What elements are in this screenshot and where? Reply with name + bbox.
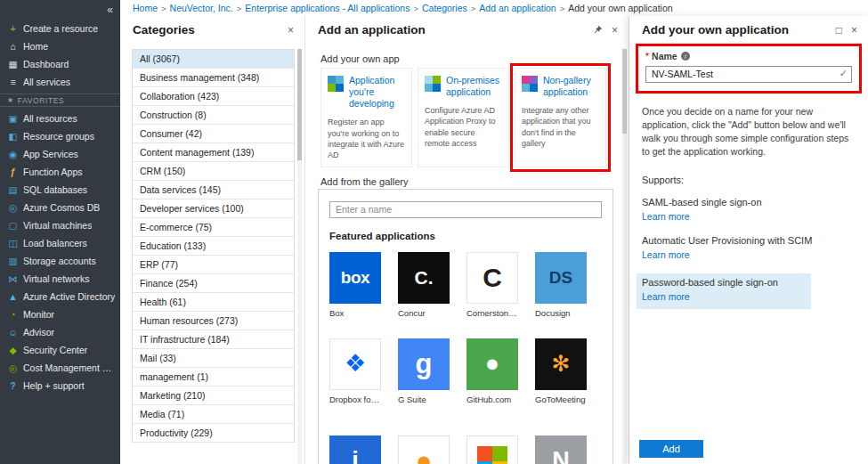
gallery-search-input[interactable] xyxy=(329,201,602,218)
close-icon[interactable]: × xyxy=(851,25,857,36)
sidebar-item[interactable]: ▢ Virtual machines xyxy=(0,216,120,234)
app-tile[interactable]: N xyxy=(535,436,587,464)
category-item[interactable]: Marketing (210) xyxy=(133,387,294,405)
app-tile[interactable]: g G Suite xyxy=(398,338,450,404)
sidebar-item-icon: ⋈ xyxy=(7,273,19,284)
app-logo-icon: ● xyxy=(466,338,518,390)
sidebar-item[interactable]: ▲ Azure Active Directory xyxy=(0,288,120,305)
card-title: On-premises application xyxy=(446,75,502,98)
category-item[interactable]: management (1) xyxy=(133,368,294,387)
categories-scrollbar[interactable] xyxy=(297,49,302,464)
support-password: Password-based single sign-on Learn more xyxy=(637,273,811,309)
add-button[interactable]: Add xyxy=(639,440,703,458)
app-logo-icon: ● xyxy=(398,436,450,464)
sidebar-item[interactable]: ☺ Advisor xyxy=(0,323,120,341)
sidebar-item-icon: ◔ xyxy=(7,309,19,320)
breadcrumb-link[interactable]: NeuVector, Inc. xyxy=(170,3,233,13)
favorites-header[interactable]: ★ FAVORITES xyxy=(0,94,120,107)
breadcrumb-link[interactable]: Home xyxy=(133,3,158,13)
category-item[interactable]: All (3067) xyxy=(133,50,294,69)
sidebar-item-label: Azure Cosmos DB xyxy=(23,202,100,213)
info-icon[interactable]: i xyxy=(681,52,690,61)
sidebar-item[interactable]: ? Help + support xyxy=(0,377,120,395)
category-item[interactable]: Education (133) xyxy=(133,237,294,256)
category-item[interactable]: Content management (139) xyxy=(133,143,294,162)
app-tile[interactable]: j xyxy=(329,436,381,464)
category-item[interactable]: Developer services (100) xyxy=(133,199,294,218)
breadcrumb-link[interactable]: Categories xyxy=(422,3,467,13)
breadcrumb-separator: > xyxy=(161,4,166,13)
learn-more-link[interactable]: Learn more xyxy=(642,291,690,302)
sidebar-item[interactable]: + Create a resource xyxy=(0,20,120,37)
app-tile[interactable] xyxy=(466,436,518,464)
learn-more-link[interactable]: Learn more xyxy=(642,211,690,222)
sidebar-item-label: Home xyxy=(23,41,48,52)
card-on-premises-application[interactable]: On-premises application Configure Azure … xyxy=(418,68,509,167)
sidebar-item-icon: ◫ xyxy=(7,238,19,248)
breadcrumb-link[interactable]: Enterprise applications - All applicatio… xyxy=(245,3,410,13)
sidebar-item[interactable]: ƒ Function Apps xyxy=(0,163,120,181)
pin-icon[interactable] xyxy=(593,25,603,35)
category-item[interactable]: E-commerce (75) xyxy=(133,218,294,237)
sidebar-item-label: App Services xyxy=(23,149,78,159)
app-tile[interactable]: ● xyxy=(398,436,450,464)
category-item[interactable]: CRM (150) xyxy=(133,162,294,181)
app-logo-glyph: N xyxy=(552,449,570,464)
app-tile[interactable]: C. Concur xyxy=(398,252,450,318)
app-tile-label: Box xyxy=(329,308,381,318)
sidebar-item[interactable]: ⌂ Home xyxy=(0,37,120,55)
category-item[interactable]: ERP (77) xyxy=(133,256,294,274)
category-item[interactable]: Data services (145) xyxy=(133,181,294,199)
category-item[interactable]: IT infrastructure (184) xyxy=(133,330,294,349)
sidebar-item[interactable]: ◧ Resource groups xyxy=(0,127,120,145)
sidebar-item-label: All resources xyxy=(23,113,77,124)
app-tile[interactable]: DS Docusign xyxy=(535,252,587,318)
sidebar-item[interactable]: ▦ Dashboard xyxy=(0,55,120,73)
sidebar-item[interactable]: ◉ App Services xyxy=(0,145,120,163)
breadcrumb-link[interactable]: Add an application xyxy=(479,3,556,13)
category-item[interactable]: Business management (348) xyxy=(133,69,294,87)
app-tile[interactable]: ● GitHub.com xyxy=(466,338,518,404)
sidebar-item-icon: ◧ xyxy=(7,131,19,142)
category-item[interactable]: Mail (33) xyxy=(133,349,294,368)
app-tile[interactable]: box Box xyxy=(329,252,381,318)
app-logo-icon: ✻ xyxy=(535,338,587,390)
category-item[interactable]: Construction (8) xyxy=(133,106,294,125)
sidebar-item[interactable]: ◎ Azure Cosmos DB xyxy=(0,199,120,216)
app-tile[interactable]: ❖ Dropbox for Busi... xyxy=(329,338,381,404)
sidebar-item[interactable]: ◎ Cost Management + Billing xyxy=(0,359,120,377)
close-icon[interactable]: × xyxy=(288,25,294,36)
name-input[interactable] xyxy=(645,66,852,83)
app-logo-icon: box xyxy=(329,252,381,304)
card-non-gallery-application[interactable]: Non-gallery application Integrate any ot… xyxy=(515,68,606,167)
category-item[interactable]: Consumer (42) xyxy=(133,125,294,143)
category-list: All (3067) Business management (348) Col… xyxy=(132,49,295,443)
category-item[interactable]: Human resources (273) xyxy=(133,312,294,330)
collapse-sidebar-icon[interactable]: « xyxy=(107,4,113,16)
category-item[interactable]: Media (71) xyxy=(133,405,294,424)
sidebar-item[interactable]: ≡ All services xyxy=(0,73,120,91)
close-icon[interactable]: × xyxy=(612,25,618,36)
sidebar-item[interactable]: ▤ SQL databases xyxy=(0,181,120,199)
breadcrumb-link[interactable]: Add your own application xyxy=(568,3,672,13)
category-item[interactable]: Collaboration (423) xyxy=(133,87,294,106)
card-application-developing[interactable]: Application you're developing Register a… xyxy=(320,68,412,167)
featured-applications-label: Featured applications xyxy=(329,231,602,241)
sidebar-item[interactable]: ▥ Storage accounts xyxy=(0,252,120,270)
sidebar-item[interactable]: ◔ Monitor xyxy=(0,305,120,323)
category-item[interactable]: Finance (254) xyxy=(133,274,294,293)
sidebar-item-label: Virtual networks xyxy=(23,273,90,284)
learn-more-link[interactable]: Learn more xyxy=(642,249,690,260)
sidebar-item[interactable]: ▣ All resources xyxy=(0,110,120,127)
category-item[interactable]: Health (61) xyxy=(133,293,294,312)
app-logo-icon: g xyxy=(398,338,450,390)
on-premises-icon xyxy=(425,76,441,92)
sidebar-item[interactable]: ◫ Load balancers xyxy=(0,234,120,252)
maximize-icon[interactable]: □ xyxy=(836,25,842,36)
sidebar-item[interactable]: ◆ Security Center xyxy=(0,341,120,359)
sidebar-item[interactable]: ⋈ Virtual networks xyxy=(0,270,120,288)
app-tile[interactable]: C Cornerstone On... xyxy=(466,252,518,318)
panel-scrollbar[interactable] xyxy=(622,49,627,464)
category-item[interactable]: Productivity (229) xyxy=(133,424,294,443)
app-tile[interactable]: ✻ GoToMeeting xyxy=(535,338,587,404)
